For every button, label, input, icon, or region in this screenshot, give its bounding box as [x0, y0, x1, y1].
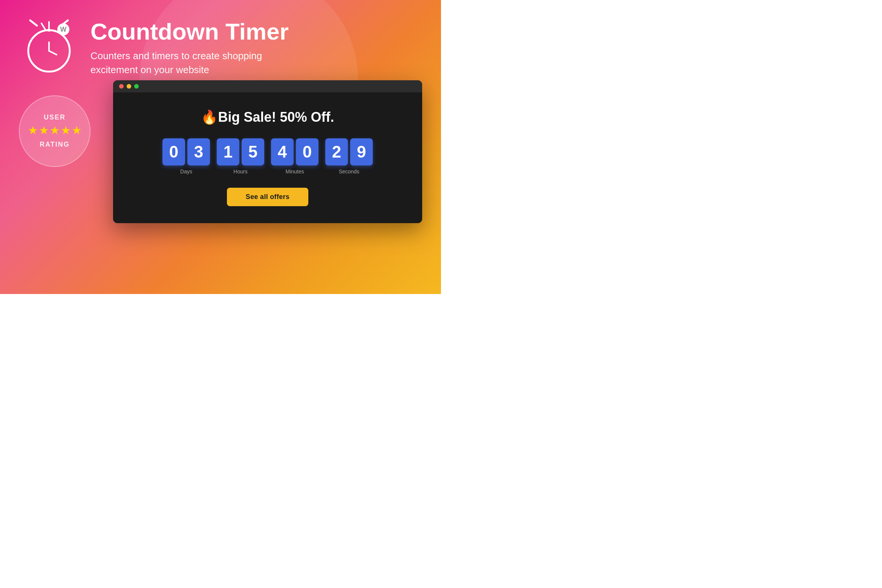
minutes-label: Minutes [285, 168, 304, 175]
rating-badge: USER ★ ★ ★ ★ ★ RATING [19, 95, 90, 167]
star-3: ★ [50, 124, 60, 137]
browser-content: 🔥Big Sale! 50% Off. 0 3 Days 1 [113, 92, 422, 223]
sale-icon: 🔥 [201, 109, 218, 125]
page-subtitle: Counters and timers to create shopping e… [90, 49, 271, 77]
countdown-seconds: 2 9 Seconds [325, 138, 373, 175]
star-1: ★ [28, 124, 38, 137]
browser-dot-red [119, 84, 124, 89]
minutes-digit-1: 4 [271, 138, 294, 165]
hours-digit-2: 5 [242, 138, 264, 165]
svg-point-9 [47, 29, 51, 32]
hours-digit-1: 1 [217, 138, 239, 165]
star-5: ★ [72, 124, 82, 137]
seconds-label: Seconds [339, 168, 359, 175]
rating-label: RATING [40, 141, 70, 149]
countdown-days: 0 3 Days [162, 138, 210, 175]
browser-dot-green [134, 84, 139, 89]
stars-row: ★ ★ ★ ★ ★ [28, 124, 82, 137]
countdown-row: 0 3 Days 1 5 Hours [162, 138, 373, 175]
svg-line-0 [30, 20, 37, 26]
browser-bar [113, 80, 422, 92]
svg-text:W: W [60, 26, 67, 33]
days-digit-2: 3 [187, 138, 210, 165]
sale-heading: 🔥Big Sale! 50% Off. [201, 109, 334, 125]
timer-icon: W [19, 15, 79, 75]
minutes-tiles: 4 0 [271, 138, 318, 165]
minutes-digit-2: 0 [296, 138, 318, 165]
browser-dot-yellow [127, 84, 131, 89]
days-label: Days [180, 168, 192, 175]
user-label: USER [44, 113, 66, 121]
page-title: Countdown Timer [90, 19, 289, 44]
header-section: W Countdown Timer Counters and timers to… [19, 15, 422, 77]
countdown-hours: 1 5 Hours [217, 138, 264, 175]
svg-line-7 [41, 23, 45, 29]
background: W Countdown Timer Counters and timers to… [0, 0, 441, 294]
lower-section: USER ★ ★ ★ ★ ★ RATING 🔥Big Sale! 50% Off… [19, 88, 422, 223]
countdown-minutes: 4 0 Minutes [271, 138, 318, 175]
browser-mockup: 🔥Big Sale! 50% Off. 0 3 Days 1 [113, 80, 422, 223]
hours-tiles: 1 5 [217, 138, 264, 165]
seconds-digit-1: 2 [325, 138, 348, 165]
days-tiles: 0 3 [162, 138, 210, 165]
seconds-tiles: 2 9 [325, 138, 373, 165]
sale-text: Big Sale! 50% Off. [218, 109, 334, 125]
days-digit-1: 0 [162, 138, 185, 165]
hours-label: Hours [233, 168, 247, 175]
header-text: Countdown Timer Counters and timers to c… [90, 15, 289, 77]
svg-line-4 [49, 51, 57, 55]
star-4: ★ [61, 124, 71, 137]
star-2: ★ [39, 124, 49, 137]
seconds-digit-2: 9 [350, 138, 373, 165]
see-all-offers-button[interactable]: See all offers [227, 188, 308, 206]
